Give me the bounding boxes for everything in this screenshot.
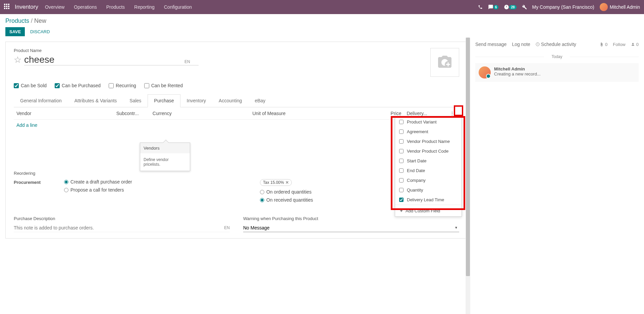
procurement-radio-group: Create a draft purchase order Propose a …	[64, 179, 132, 193]
add-vendor-line[interactable]: Add a line	[16, 122, 37, 128]
activities-icon[interactable]: 28	[504, 4, 516, 10]
col-opt-vendor-product-code[interactable]: Vendor Product Code	[395, 146, 462, 156]
tab-purchase[interactable]: Purchase	[148, 94, 180, 107]
navbar-right: 6 28 My Company (San Francisco) Mitchell…	[478, 3, 640, 11]
discard-button[interactable]: DISCARD	[26, 27, 54, 36]
tab-inventory[interactable]: Inventory	[180, 94, 213, 107]
col-currency[interactable]: Currency	[150, 107, 250, 120]
vendors-tooltip: Vendors Define vendor pricelists.	[140, 143, 190, 171]
product-name-label: Product Name	[14, 48, 430, 53]
col-opt-product-variant[interactable]: Product Variant	[395, 117, 462, 127]
tab-attributes[interactable]: Attributes & Variants	[68, 94, 123, 107]
can-be-sold-checkbox[interactable]: Can be Sold	[14, 83, 47, 88]
col-subcontracted[interactable]: Subcontr...	[114, 107, 150, 120]
menu-operations[interactable]: Operations	[74, 4, 97, 10]
tab-accounting[interactable]: Accounting	[212, 94, 248, 107]
tab-general[interactable]: General Information	[14, 94, 68, 107]
procurement-draft-po[interactable]: Create a draft purchase order	[64, 179, 132, 185]
attachments-button[interactable]: 0	[599, 42, 607, 47]
col-opt-delivery-lead-time[interactable]: Delivery Lead Time	[395, 195, 462, 205]
messages-badge: 6	[493, 5, 499, 9]
procurement-call-tenders[interactable]: Propose a call for tenders	[64, 187, 132, 193]
phone-icon[interactable]	[478, 5, 483, 9]
save-button[interactable]: SAVE	[5, 27, 25, 36]
message-avatar-icon	[479, 66, 491, 78]
chatter-message: Mitchell Admin Creating a new record...	[475, 63, 639, 82]
tab-sales[interactable]: Sales	[123, 94, 148, 107]
company-switcher[interactable]: My Company (San Francisco)	[532, 4, 594, 10]
product-tabs: General Information Attributes & Variant…	[14, 94, 459, 107]
today-divider: Today	[475, 54, 639, 59]
add-custom-field[interactable]: ＋Add Custom Field	[395, 205, 462, 216]
product-name-input[interactable]	[24, 54, 199, 65]
user-menu[interactable]: Mitchell Admin	[600, 3, 640, 11]
chatter-panel: Send message Log note Schedule activity …	[470, 38, 644, 314]
warning-select[interactable]	[243, 224, 459, 232]
form-sheet: Product Name ☆ EN Can be Sold Can be Pur…	[5, 42, 468, 239]
lang-badge[interactable]: EN	[184, 59, 190, 64]
message-text: Creating a new record...	[494, 71, 541, 76]
breadcrumb-root[interactable]: Products	[5, 17, 29, 24]
col-opt-start-date[interactable]: Start Date	[395, 156, 462, 166]
followers-button[interactable]: 0	[631, 42, 639, 47]
col-uom[interactable]: Unit of Measure	[250, 107, 377, 120]
toolbar: Products / New SAVE DISCARD	[0, 14, 644, 38]
vendor-tax-tag[interactable]: Tax 15.00%✕	[260, 179, 292, 186]
form-area: Product Name ☆ EN Can be Sold Can be Pur…	[0, 38, 470, 314]
app-brand[interactable]: Inventory	[15, 4, 38, 10]
menu-products[interactable]: Products	[106, 4, 125, 10]
main-content: Product Name ☆ EN Can be Sold Can be Pur…	[0, 38, 644, 314]
main-menu: Overview Operations Products Reporting C…	[45, 4, 192, 10]
col-opt-agreement[interactable]: Agreement	[395, 127, 462, 137]
form-scrollbar[interactable]	[466, 38, 470, 314]
purchase-description-section: Purchase Description EN Warning when Pur…	[14, 216, 459, 232]
menu-configuration[interactable]: Configuration	[164, 4, 192, 10]
menu-overview[interactable]: Overview	[45, 4, 64, 10]
remove-tax-icon[interactable]: ✕	[285, 180, 289, 185]
col-opt-vendor-product-name[interactable]: Vendor Product Name	[395, 137, 462, 146]
product-image-upload[interactable]	[430, 48, 459, 77]
log-note-button[interactable]: Log note	[512, 42, 530, 47]
col-opt-end-date[interactable]: End Date	[395, 166, 462, 175]
debug-icon[interactable]	[522, 5, 527, 10]
col-opt-company[interactable]: Company	[395, 175, 462, 185]
reordering-section: Reordering Procurement Create a draft pu…	[14, 171, 459, 203]
follow-button[interactable]: Follow	[613, 42, 626, 47]
procurement-label: Procurement	[14, 179, 64, 185]
messages-icon[interactable]: 6	[488, 4, 499, 10]
schedule-activity-button[interactable]: Schedule activity	[536, 42, 576, 47]
breadcrumb-current: New	[34, 17, 46, 24]
avatar-icon	[600, 3, 608, 11]
recurring-checkbox[interactable]: Recurring	[109, 83, 136, 88]
breadcrumb: Products / New	[5, 17, 639, 24]
svg-point-2	[632, 43, 634, 44]
activities-badge: 28	[509, 5, 516, 9]
purchase-description-input[interactable]	[14, 224, 230, 232]
can-be-rented-checkbox[interactable]: Can be Rented	[144, 83, 183, 88]
apps-icon[interactable]	[4, 4, 11, 10]
send-message-button[interactable]: Send message	[475, 42, 506, 47]
vendor-table: Vendor Subcontr... Currency Unit of Meas…	[14, 107, 459, 130]
top-navbar: Inventory Overview Operations Products R…	[0, 0, 644, 14]
desc-lang-badge[interactable]: EN	[224, 225, 230, 230]
tab-ebay[interactable]: eBay	[248, 94, 272, 107]
dropdown-caret-icon[interactable]: ▼	[454, 226, 458, 229]
columns-dropdown: Product Variant Agreement Vendor Product…	[395, 117, 462, 217]
can-be-purchased-checkbox[interactable]: Can be Purchased	[55, 83, 101, 88]
message-author[interactable]: Mitchell Admin	[494, 66, 541, 71]
menu-reporting[interactable]: Reporting	[134, 4, 155, 10]
favorite-star-icon[interactable]: ☆	[14, 55, 21, 65]
col-opt-quantity[interactable]: Quantity	[395, 185, 462, 195]
col-vendor[interactable]: Vendor	[14, 107, 114, 120]
